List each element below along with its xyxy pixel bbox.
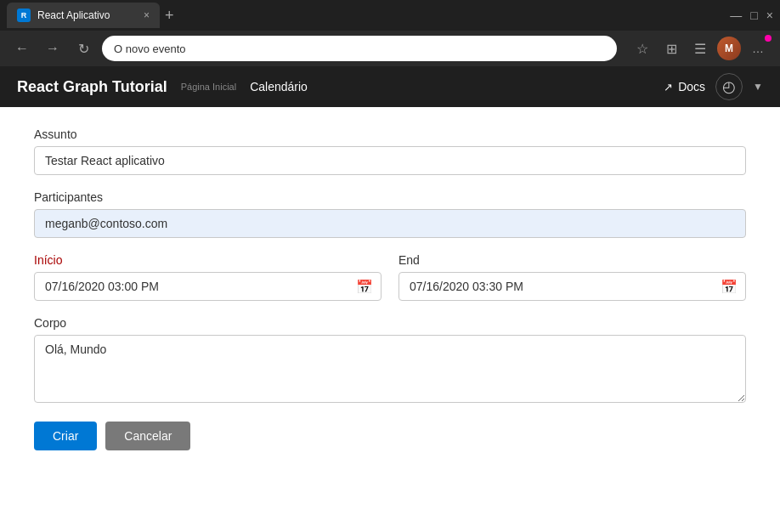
header-right: ↗ Docs ◴ ▼ (664, 73, 763, 100)
user-avatar: M (717, 37, 741, 60)
nav-calendar-link[interactable]: Calendário (250, 80, 308, 93)
start-field-group: Início 📅 (34, 253, 382, 301)
address-bar[interactable]: O novo evento (102, 36, 617, 61)
browser-nav-icons: ☆ ⊞ ☰ M … (630, 37, 770, 60)
form-button-row: Criar Cancelar (34, 422, 746, 450)
attendees-input[interactable] (34, 209, 746, 238)
start-input[interactable] (34, 272, 382, 301)
nav-home-link[interactable]: Página Inicial (181, 82, 236, 92)
profile-icon[interactable]: M (717, 37, 741, 60)
main-content: Assunto Participantes Início 📅 End 📅 Cor… (0, 107, 780, 532)
reload-button[interactable]: ↻ (71, 37, 95, 60)
new-tab-button[interactable]: + (165, 8, 174, 23)
window-minimize-button[interactable]: — (730, 8, 742, 22)
browser-chrome: R React Aplicativo × + — □ × ← → ↻ O nov… (0, 0, 780, 66)
start-calendar-icon[interactable]: 📅 (356, 279, 373, 295)
subject-field-group: Assunto (34, 127, 746, 175)
collections-icon[interactable]: ☰ (688, 37, 712, 60)
reading-list-icon[interactable]: ⊞ (659, 37, 683, 60)
datetime-row: Início 📅 End 📅 (34, 253, 746, 301)
tab-title: React Aplicativo (37, 9, 110, 21)
browser-title-bar: R React Aplicativo × + — □ × (0, 0, 780, 31)
tab-favicon: R (17, 8, 31, 22)
back-button[interactable]: ← (10, 37, 34, 60)
end-input-wrapper: 📅 (398, 272, 746, 301)
window-close-button[interactable]: × (766, 8, 773, 22)
end-label: End (398, 253, 746, 267)
start-input-wrapper: 📅 (34, 272, 382, 301)
subject-label: Assunto (34, 127, 746, 141)
address-text: O novo evento (114, 42, 186, 55)
body-textarea[interactable] (34, 335, 746, 403)
start-label: Início (34, 253, 382, 267)
end-calendar-icon[interactable]: 📅 (721, 279, 738, 295)
window-maximize-button[interactable]: □ (750, 8, 757, 22)
end-input[interactable] (398, 272, 746, 301)
body-label: Corpo (34, 316, 746, 330)
create-button[interactable]: Criar (34, 422, 97, 450)
attendees-label: Participantes (34, 190, 746, 204)
tab-close-button[interactable]: × (144, 9, 150, 21)
favorites-icon[interactable]: ☆ (630, 37, 654, 60)
docs-label: Docs (678, 80, 705, 93)
subject-input[interactable] (34, 146, 746, 175)
extensions-icon[interactable]: … (746, 37, 770, 60)
user-profile-button[interactable]: ◴ (715, 73, 743, 100)
app-header: React Graph Tutorial Página Inicial Cale… (0, 66, 780, 107)
app-title: React Graph Tutorial (17, 78, 167, 96)
end-field-group: End 📅 (398, 253, 746, 301)
browser-nav-bar: ← → ↻ O novo evento ☆ ⊞ ☰ M … (0, 31, 780, 66)
body-field-group: Corpo (34, 316, 746, 406)
cancel-button[interactable]: Cancelar (105, 422, 190, 450)
forward-button[interactable]: → (41, 37, 65, 60)
docs-link[interactable]: ↗ Docs (664, 80, 705, 93)
attendees-field-group: Participantes (34, 190, 746, 238)
external-link-icon: ↗ (664, 81, 673, 93)
browser-tab[interactable]: R React Aplicativo × (7, 3, 160, 28)
user-dropdown-arrow[interactable]: ▼ (753, 81, 763, 93)
